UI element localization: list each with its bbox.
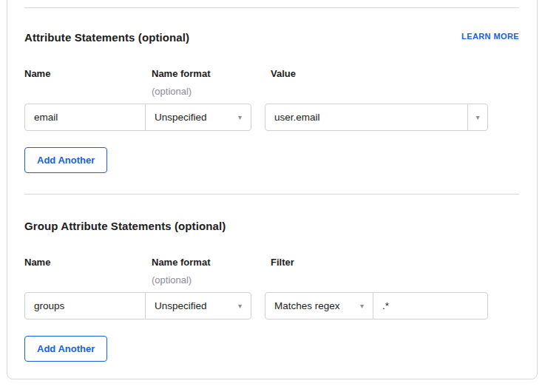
section-divider-top: [24, 7, 519, 8]
section-divider-middle: [24, 194, 519, 195]
chevron-down-icon: ▾: [475, 114, 479, 121]
column-label-filter: Filter: [271, 257, 294, 268]
optional-hint: (optional): [152, 274, 192, 285]
chevron-down-icon: ▾: [238, 114, 242, 121]
column-label-name-format: Name format: [152, 68, 210, 79]
column-label-name: Name: [24, 257, 50, 268]
group-filter-type-select[interactable]: Matches regex ▾: [265, 292, 373, 320]
attr-value-input[interactable]: [265, 104, 468, 131]
chevron-down-icon: ▾: [238, 303, 242, 310]
chevron-down-icon: ▾: [360, 303, 364, 310]
attr-name-format-selected-value: Unspecified: [155, 112, 207, 123]
section-title-group-attribute-statements: Group Attribute Statements (optional): [24, 220, 226, 232]
saml-settings-screen: Attribute Statements (optional) LEARN MO…: [0, 0, 545, 392]
group-name-format-select[interactable]: Unspecified ▾: [145, 292, 251, 320]
add-another-button-attribute[interactable]: Add Another: [24, 147, 107, 173]
column-label-name: Name: [24, 68, 50, 79]
section-title-attribute-statements: Attribute Statements (optional): [24, 31, 189, 44]
column-label-name-format: Name format: [152, 257, 210, 268]
group-filter-value-input[interactable]: [373, 292, 488, 320]
column-label-value: Value: [271, 68, 296, 79]
attr-name-format-select[interactable]: Unspecified ▾: [145, 104, 251, 131]
attr-name-input[interactable]: [24, 104, 146, 131]
add-another-button-group[interactable]: Add Another: [24, 336, 107, 362]
settings-card: [7, 0, 538, 379]
group-filter-type-selected-value: Matches regex: [274, 300, 340, 311]
optional-hint: (optional): [152, 86, 192, 97]
attr-value-dropdown-button[interactable]: ▾: [467, 104, 488, 131]
group-name-format-selected-value: Unspecified: [155, 300, 207, 311]
learn-more-link[interactable]: LEARN MORE: [461, 32, 519, 41]
group-name-input[interactable]: [24, 292, 146, 320]
